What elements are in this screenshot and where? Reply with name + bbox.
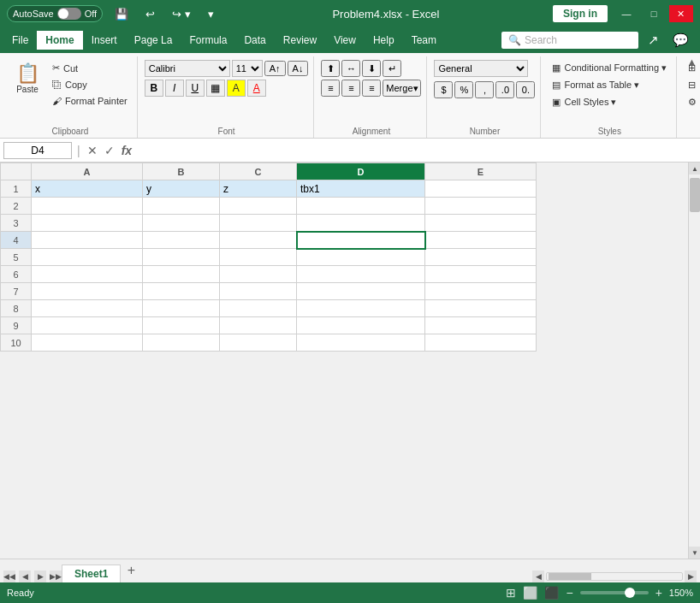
bold-button[interactable]: B	[145, 80, 163, 97]
cell-styles-button[interactable]: ▣ Cell Styles ▾	[548, 94, 671, 110]
minimize-button[interactable]: —	[614, 5, 638, 22]
underline-button[interactable]: U	[186, 80, 205, 97]
undo-button[interactable]: ↩	[140, 6, 160, 22]
copy-button[interactable]: ⿻ Copy	[48, 77, 132, 92]
zoom-thumb[interactable]	[625, 588, 635, 598]
row-header-7[interactable]: 7	[1, 283, 32, 300]
align-middle-button[interactable]: ↔	[341, 60, 360, 77]
fill-color-button[interactable]: A	[227, 80, 246, 97]
col-header-c[interactable]: C	[220, 163, 297, 180]
col-header-b[interactable]: B	[143, 163, 220, 180]
cell-d10[interactable]	[297, 334, 425, 352]
menu-item-help[interactable]: Help	[365, 31, 403, 50]
scroll-down-button[interactable]: ▼	[689, 547, 700, 559]
cell-b3[interactable]	[143, 215, 220, 232]
menu-item-data[interactable]: Data	[235, 31, 274, 50]
menu-item-formula[interactable]: Formula	[181, 31, 235, 50]
delete-cells-button[interactable]: ⊟ Delete ▾	[684, 77, 700, 93]
cell-b9[interactable]	[143, 317, 220, 334]
page-layout-view-button[interactable]: ⬜	[523, 586, 537, 600]
row-header-9[interactable]: 9	[1, 317, 32, 334]
cell-d2[interactable]	[297, 198, 425, 215]
row-header-4[interactable]: 4	[1, 232, 32, 249]
menu-item-review[interactable]: Review	[275, 31, 325, 50]
cut-button[interactable]: ✂ Cut	[48, 60, 132, 76]
cell-d6[interactable]	[297, 266, 425, 283]
ribbon-collapse-button[interactable]: ▲	[687, 56, 697, 67]
italic-button[interactable]: I	[165, 80, 184, 97]
row-header-6[interactable]: 6	[1, 266, 32, 283]
cell-a1[interactable]: x	[32, 180, 143, 198]
cell-c1[interactable]: z	[220, 180, 297, 198]
cell-e7[interactable]	[425, 283, 537, 300]
corner-header[interactable]	[1, 163, 32, 180]
increase-decimal-button[interactable]: .0	[495, 81, 514, 98]
row-header-8[interactable]: 8	[1, 300, 32, 317]
close-button[interactable]: ✕	[669, 5, 693, 22]
cell-b4[interactable]	[143, 232, 220, 249]
font-decrease-button[interactable]: A↓	[288, 61, 309, 76]
row-header-5[interactable]: 5	[1, 249, 32, 266]
cell-a9[interactable]	[32, 317, 143, 334]
cell-d5[interactable]	[297, 249, 425, 266]
search-box[interactable]: 🔍 Search	[501, 32, 638, 49]
cell-a6[interactable]	[32, 266, 143, 283]
conditional-formatting-button[interactable]: ▦ Conditional Formatting ▾	[548, 60, 671, 76]
row-header-3[interactable]: 3	[1, 215, 32, 232]
cell-d9[interactable]	[297, 317, 425, 334]
cell-b7[interactable]	[143, 283, 220, 300]
normal-view-button[interactable]: ⊞	[506, 586, 516, 600]
comma-button[interactable]: ,	[475, 81, 494, 98]
format-cells-button[interactable]: ⚙ Format ▾	[684, 94, 700, 110]
cell-d8[interactable]	[297, 300, 425, 317]
cell-b1[interactable]: y	[143, 180, 220, 198]
sign-in-button[interactable]: Sign in	[553, 5, 608, 22]
cell-d7[interactable]	[297, 283, 425, 300]
menu-item-file[interactable]: File	[3, 31, 37, 50]
sheet-nav-prev[interactable]: ◀	[19, 570, 31, 582]
cell-e4[interactable]	[425, 232, 537, 249]
cell-a3[interactable]	[32, 215, 143, 232]
cell-reference-input[interactable]: D4	[3, 142, 72, 159]
menu-item-insert[interactable]: Insert	[83, 31, 126, 50]
share-icon[interactable]: ↗	[644, 31, 663, 50]
zoom-slider[interactable]	[580, 591, 649, 594]
cell-e1[interactable]	[425, 180, 537, 198]
cell-c9[interactable]	[220, 317, 297, 334]
wrap-text-button[interactable]: ↵	[383, 60, 401, 77]
border-button[interactable]: ▦	[206, 80, 225, 97]
font-family-select[interactable]: Calibri	[145, 60, 230, 77]
cell-c2[interactable]	[220, 198, 297, 215]
sheet-tab-sheet1[interactable]: Sheet1	[62, 565, 121, 582]
cell-b6[interactable]	[143, 266, 220, 283]
row-header-10[interactable]: 10	[1, 334, 32, 352]
h-scroll-left-button[interactable]: ◀	[532, 570, 544, 582]
grid-wrapper[interactable]: A B C D E 1 x y z tbx1	[0, 163, 688, 559]
menu-item-team[interactable]: Team	[403, 31, 445, 50]
cell-b8[interactable]	[143, 300, 220, 317]
cell-a8[interactable]	[32, 300, 143, 317]
formula-input[interactable]	[137, 143, 697, 158]
align-bottom-button[interactable]: ⬇	[362, 60, 381, 77]
cell-b5[interactable]	[143, 249, 220, 266]
function-icon[interactable]: fx	[120, 142, 133, 159]
row-header-1[interactable]: 1	[1, 180, 32, 198]
merge-button[interactable]: Merge▾	[383, 80, 421, 97]
cell-d1[interactable]: tbx1	[297, 180, 425, 198]
zoom-in-button[interactable]: +	[656, 586, 662, 600]
autosave-toggle[interactable]: AutoSave Off	[7, 5, 103, 22]
row-header-2[interactable]: 2	[1, 198, 32, 215]
cell-a5[interactable]	[32, 249, 143, 266]
sheet-nav-last[interactable]: ▶▶	[50, 570, 62, 582]
cell-b10[interactable]	[143, 334, 220, 352]
vertical-scrollbar[interactable]: ▲ ▼	[688, 163, 700, 559]
h-scroll-track[interactable]	[546, 572, 683, 581]
autosave-toggle-switch[interactable]	[57, 8, 81, 20]
font-increase-button[interactable]: A↑	[264, 61, 286, 76]
align-top-button[interactable]: ⬆	[321, 60, 340, 77]
cell-c3[interactable]	[220, 215, 297, 232]
scrollbar-thumb[interactable]	[690, 178, 700, 212]
cell-b2[interactable]	[143, 198, 220, 215]
cell-d3[interactable]	[297, 215, 425, 232]
format-painter-button[interactable]: 🖌 Format Painter	[48, 93, 132, 109]
